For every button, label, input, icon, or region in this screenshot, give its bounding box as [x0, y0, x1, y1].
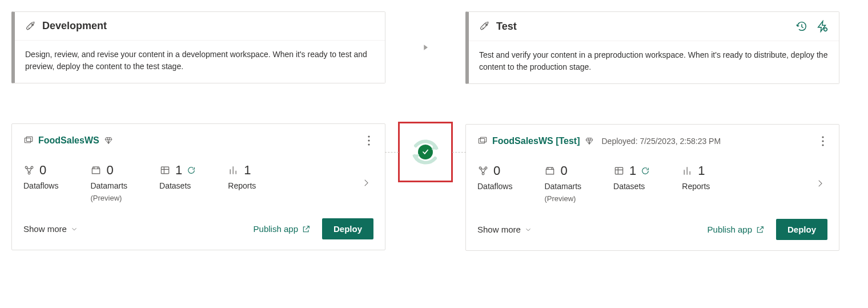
workspace-card-development: FoodSalesWS 0 Dataflows — [11, 123, 385, 250]
compare-status-highlight — [398, 122, 453, 182]
metrics-next-button[interactable] — [359, 175, 373, 190]
metric-dataflows: 0 Dataflows — [477, 163, 512, 203]
svg-point-15 — [822, 140, 823, 142]
stage-title-wrap: Test — [479, 21, 517, 33]
dataflows-icon — [23, 165, 35, 176]
metric-reports: 1 Reports — [682, 163, 710, 203]
svg-point-19 — [482, 173, 484, 175]
svg-point-0 — [32, 24, 33, 25]
history-icon[interactable] — [795, 20, 808, 33]
workspace-header: FoodSalesWS [Test] Deployed: 7/25/2023, … — [477, 135, 827, 147]
svg-point-10 — [486, 25, 487, 26]
stage-header-development: Development Design, review, and revise y… — [11, 11, 385, 83]
show-more-button[interactable]: Show more — [477, 225, 532, 234]
datasets-icon — [613, 165, 625, 177]
workspace-footer: Show more Publish app Deploy — [477, 219, 827, 240]
diamond-icon — [585, 137, 594, 146]
svg-point-18 — [485, 167, 487, 169]
deploy-button[interactable]: Deploy — [322, 218, 373, 239]
svg-rect-9 — [161, 167, 168, 174]
workspace-name-link[interactable]: FoodSalesWS — [38, 135, 99, 146]
metrics-group: 0 Dataflows 0 Datamarts (Preview) — [23, 163, 256, 202]
show-more-label: Show more — [477, 225, 521, 234]
refresh-icon[interactable] — [641, 166, 650, 175]
workspace-icon — [23, 135, 34, 146]
metric-value: 1 — [629, 163, 636, 178]
external-link-icon — [756, 225, 765, 234]
svg-rect-12 — [479, 139, 485, 143]
metric-value: 0 — [106, 163, 113, 178]
svg-rect-20 — [615, 167, 622, 174]
metric-datamarts: 0 Datamarts (Preview) — [90, 163, 127, 202]
show-more-label: Show more — [23, 224, 67, 234]
more-menu-button[interactable] — [818, 135, 827, 147]
svg-point-11 — [824, 28, 827, 31]
publish-app-link[interactable]: Publish app — [708, 225, 765, 234]
metric-value: 1 — [698, 163, 705, 178]
metric-label: Reports — [682, 182, 710, 191]
more-menu-button[interactable] — [364, 134, 373, 147]
stage-test-column: Test Test and verify your content in a p… — [465, 11, 839, 251]
show-more-button[interactable]: Show more — [23, 224, 78, 234]
datamarts-icon — [544, 165, 556, 177]
metrics-group: 0 Dataflows 0 Datamarts (Preview) — [477, 163, 710, 203]
stage-header-top: Development — [15, 12, 385, 41]
workspace-name-link[interactable]: FoodSalesWS [Test] — [492, 136, 580, 146]
workspace-title-wrap: FoodSalesWS — [23, 135, 113, 146]
metric-value: 0 — [493, 163, 500, 178]
workspace-card-test: FoodSalesWS [Test] Deployed: 7/25/2023, … — [465, 124, 839, 251]
svg-point-17 — [479, 167, 481, 169]
reports-icon — [682, 165, 693, 177]
metric-sublabel: (Preview) — [90, 194, 127, 202]
metrics-next-button[interactable] — [813, 176, 827, 191]
external-link-icon — [302, 225, 311, 234]
rocket-icon — [479, 21, 491, 32]
chevron-down-icon — [70, 225, 78, 233]
workspace-footer: Show more Publish app Deploy — [23, 218, 373, 239]
stage-title: Development — [42, 20, 107, 32]
metric-label: Dataflows — [477, 182, 512, 191]
datamarts-icon — [90, 165, 102, 176]
stage-header-top: Test — [469, 12, 839, 41]
deploy-button[interactable]: Deploy — [776, 219, 827, 240]
metrics-row: 0 Dataflows 0 Datamarts (Preview) — [477, 163, 827, 203]
stage-header-test: Test Test and verify your content in a p… — [465, 11, 839, 84]
metric-label: Datamarts — [90, 181, 127, 190]
metric-value: 0 — [560, 163, 567, 178]
rocket-icon — [25, 21, 37, 32]
metric-datasets: 1 Datasets — [613, 163, 650, 203]
metric-label: Reports — [228, 181, 256, 190]
stage-development-column: Development Design, review, and revise y… — [11, 11, 385, 250]
metric-label: Datasets — [159, 181, 196, 190]
metric-datamarts: 0 Datamarts (Preview) — [544, 163, 581, 203]
rules-settings-icon[interactable] — [816, 20, 829, 33]
metric-label: Datasets — [613, 182, 650, 191]
datasets-icon — [159, 165, 171, 176]
refresh-icon[interactable] — [187, 166, 196, 175]
stage-title: Test — [496, 21, 517, 33]
metric-sublabel: (Preview) — [544, 194, 581, 203]
svg-point-14 — [822, 136, 823, 138]
svg-point-8 — [28, 172, 30, 174]
deployed-timestamp: Deployed: 7/25/2023, 2:58:23 PM — [602, 137, 721, 146]
stage-title-wrap: Development — [25, 20, 107, 32]
metric-label: Datamarts — [544, 182, 581, 191]
sync-status[interactable] — [408, 134, 443, 170]
metric-value: 1 — [244, 163, 251, 178]
metric-value: 0 — [39, 163, 46, 178]
chevron-down-icon — [524, 226, 532, 234]
workspace-icon — [477, 136, 488, 146]
pipeline-stages-row: Development Design, review, and revise y… — [11, 11, 857, 251]
publish-app-link[interactable]: Publish app — [254, 224, 311, 234]
svg-point-6 — [25, 166, 27, 169]
stage-gap-column — [385, 11, 465, 182]
metric-value: 1 — [175, 163, 182, 178]
dataflows-icon — [477, 165, 489, 177]
footer-actions: Publish app Deploy — [708, 219, 827, 240]
diamond-icon — [104, 136, 113, 145]
svg-rect-2 — [26, 137, 33, 141]
publish-app-label: Publish app — [254, 224, 298, 234]
footer-actions: Publish app Deploy — [254, 218, 373, 239]
reports-icon — [228, 165, 239, 176]
stage-description: Test and verify your content in a prepro… — [469, 41, 839, 83]
